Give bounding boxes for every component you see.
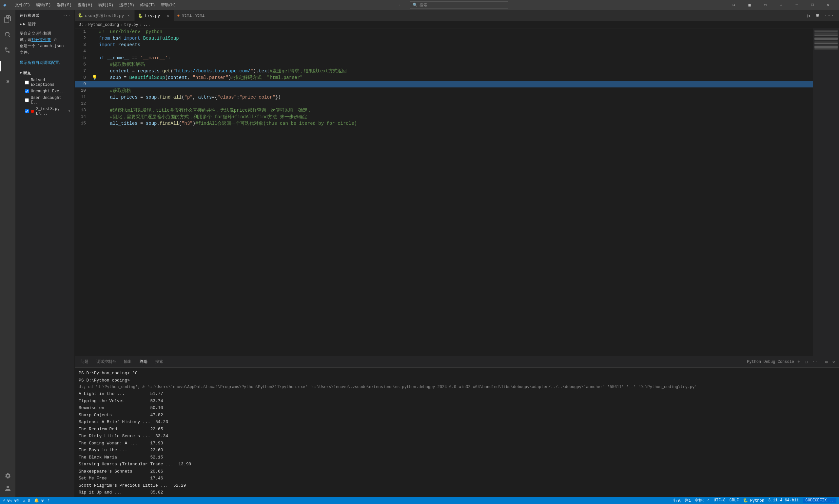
panel-tab-search[interactable]: 搜索 <box>152 358 167 366</box>
status-errors[interactable]: ⚠ 0 <box>23 498 30 503</box>
menu-edit[interactable]: 编辑(E) <box>33 2 54 8</box>
status-encoding[interactable]: UTF-8 <box>714 498 726 503</box>
breadcrumb-d[interactable]: D: <box>78 23 83 27</box>
run-controls: ▷ ⊞ ··· <box>802 12 839 20</box>
code-line-1: 1 #! usr/bin/env python <box>75 29 813 35</box>
tab-csdn[interactable]: 🐍 csdn参考test5.py ✕ <box>75 10 135 21</box>
show-config-link[interactable]: 显示所有自动调试配置。 <box>20 60 63 65</box>
nav-fwd-btn[interactable]: → <box>404 3 410 7</box>
activity-account[interactable] <box>0 482 16 494</box>
tab-csdn-close[interactable]: ✕ <box>126 13 131 19</box>
bp-uncaught-checkbox[interactable] <box>25 89 29 93</box>
activity-scm[interactable] <box>0 42 16 58</box>
status-branch[interactable]: ⑂ 0△ 0⊙ <box>3 498 19 503</box>
code-line-8: 8 💡 soup = BeautifulSoup(content, "html.… <box>75 74 813 81</box>
status-spaces[interactable]: 空格: 4 <box>695 498 710 503</box>
ln-14: 14 <box>75 114 91 120</box>
menu-goto[interactable]: 转到(G) <box>96 2 116 8</box>
panel-toolbar: Python Debug Console + ⊟ ··· ⊕ ✕ <box>747 359 836 365</box>
mm-3 <box>815 33 838 34</box>
titlebar-menus: 文件(F) 编辑(E) 选择(S) 查看(V) 转到(G) 运行(R) 终端(T… <box>13 2 179 8</box>
term-prompt-1: PS D:\Python_coding> <box>75 377 839 384</box>
maximize-btn[interactable]: □ <box>805 0 820 10</box>
panel-tabs: 问题 调试控制台 输出 终端 搜索 Python Debug Console +… <box>75 356 839 368</box>
breakpoints-chevron-icon: ▼ <box>20 71 22 75</box>
run-btn-play[interactable]: ▷ <box>806 12 813 20</box>
mm-4 <box>815 34 838 35</box>
panel-tab-debug[interactable]: 调试控制台 <box>93 358 119 366</box>
breadcrumb-sep-3: › <box>140 23 142 27</box>
minimize-btn[interactable]: ─ <box>789 0 804 10</box>
term-book-13: Set Me Free 17.46 <box>75 475 839 482</box>
activity-explorer[interactable] <box>0 11 16 27</box>
show-config-btn[interactable]: 显示所有自动调试配置。 <box>16 59 74 67</box>
tab-try-close[interactable]: ✕ <box>165 13 171 19</box>
menu-terminal[interactable]: 终端(T) <box>138 2 158 8</box>
mm-2 <box>815 32 838 32</box>
breakpoints-title[interactable]: ▼ 断点 <box>16 69 74 77</box>
run-section[interactable]: ▶ ▶ 运行 <box>16 20 74 28</box>
search-icon: 🔍 <box>413 3 418 7</box>
status-language[interactable]: 🐍 Python <box>743 498 764 503</box>
run-btn-split[interactable]: ⊞ <box>814 12 821 20</box>
open-folder-link[interactable]: 打开文件夹 <box>32 38 51 42</box>
layout-btn-2[interactable]: ▦ <box>742 0 757 10</box>
code-content-1: #! usr/bin/env python <box>98 29 813 35</box>
code-line-12: 12 <box>75 101 813 107</box>
lightbulb-icon[interactable]: 💡 <box>92 74 97 81</box>
code-editor[interactable]: 1 #! usr/bin/env python 2 from bs4 impor… <box>75 29 813 356</box>
panel-more-btn[interactable]: ··· <box>811 359 822 365</box>
search-bar[interactable]: 🔍 搜索 <box>410 1 508 8</box>
menu-run[interactable]: 运行(R) <box>117 2 137 8</box>
layout-btn-3[interactable]: ❐ <box>758 0 773 10</box>
breadcrumb-python[interactable]: Python_coding <box>88 23 119 27</box>
status-eol[interactable]: CRLF <box>730 498 739 503</box>
bp-test3-checkbox[interactable] <box>25 109 29 113</box>
menu-select[interactable]: 选择(S) <box>54 2 74 8</box>
panel-split-btn[interactable]: ⊟ <box>803 359 808 365</box>
tab-try[interactable]: 🐍 try.py ✕ <box>135 10 174 21</box>
panel-add-btn[interactable]: + <box>796 359 801 365</box>
menu-help[interactable]: 帮助(H) <box>158 2 179 8</box>
code-line-4: 4 <box>75 48 813 55</box>
breadcrumb-more[interactable]: ... <box>143 23 151 27</box>
layout-btn-1[interactable]: ⊟ <box>726 0 741 10</box>
bp-test3-count: 1 <box>68 109 70 113</box>
term-book-4: Sharp Objects 47.82 <box>75 412 839 419</box>
panel-content[interactable]: PS D:\Python_coding> ^C PS D:\Python_cod… <box>75 368 839 497</box>
activity-search[interactable] <box>0 27 16 42</box>
status-version[interactable]: 3.11.4 64-bit <box>768 498 799 503</box>
panel-tab-terminal[interactable]: 终端 <box>136 358 151 366</box>
status-warnings[interactable]: 🔔 0 <box>34 498 43 503</box>
mm-8 <box>815 39 838 40</box>
panel-tab-output[interactable]: 输出 <box>121 358 135 366</box>
activity-extensions[interactable] <box>0 74 16 90</box>
run-btn-more[interactable]: ··· <box>822 12 836 20</box>
status-position[interactable]: 行9, 列1 <box>674 498 691 503</box>
breadcrumb-file[interactable]: try.py <box>124 23 138 27</box>
panel-maximize-btn[interactable]: ⊕ <box>824 359 829 365</box>
status-sync[interactable]: ↕ <box>48 498 50 503</box>
bp-test3-dot <box>31 110 34 113</box>
activity-settings[interactable] <box>0 470 16 482</box>
code-content-8: soup = BeautifulSoup(content, "html.pars… <box>98 74 813 81</box>
tab-bar: 🐍 csdn参考test5.py ✕ 🐍 try.py ✕ ◈ html.htm… <box>75 10 802 21</box>
panel-tab-problems[interactable]: 问题 <box>77 358 92 366</box>
activity-run-debug[interactable] <box>0 58 16 74</box>
tab-try-label: try.py <box>145 14 160 18</box>
panel-close-btn[interactable]: ✕ <box>831 359 836 365</box>
mm-7 <box>815 38 838 39</box>
menu-view[interactable]: 查看(V) <box>75 2 95 8</box>
tab-html[interactable]: ◈ html.html <box>174 10 213 21</box>
bp-raised-checkbox[interactable] <box>25 80 29 85</box>
activity-bottom <box>0 470 16 494</box>
sidebar-header: 运行和调试 ··· <box>16 10 74 20</box>
close-btn[interactable]: ✕ <box>821 0 836 10</box>
status-codegefix[interactable]: CODEGEFIX... <box>803 498 836 503</box>
bp-user-uncaught-checkbox[interactable] <box>25 98 29 102</box>
mm-6 <box>815 37 838 38</box>
layout-btn-4[interactable]: ⊡ <box>773 0 788 10</box>
sidebar-menu-icon[interactable]: ··· <box>63 14 70 18</box>
nav-back-btn[interactable]: ← <box>397 3 405 7</box>
menu-file[interactable]: 文件(F) <box>13 2 33 8</box>
